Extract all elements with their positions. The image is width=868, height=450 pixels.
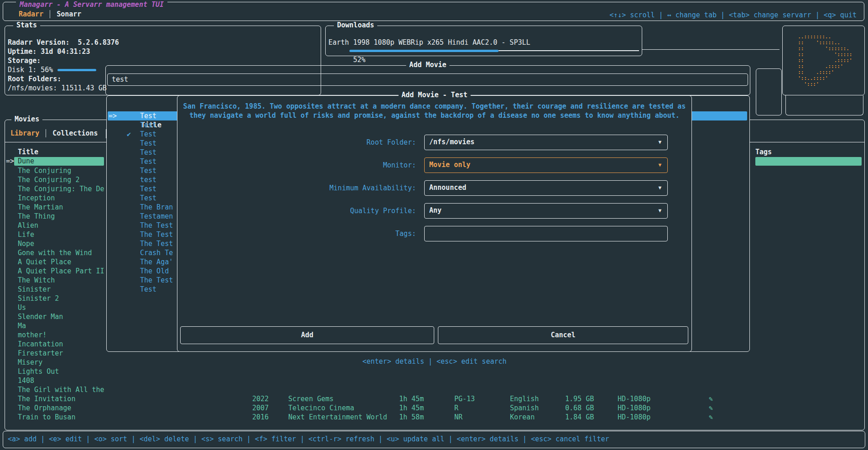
field-label: Monitor: <box>177 157 420 173</box>
selection-arrow: => <box>6 157 14 166</box>
movies-panel-title: Movies <box>11 115 42 123</box>
chevron-down-icon: ▼ <box>658 158 661 172</box>
logo-panel: ..:::::::.. :: ':::::.. :: '::::::. :: '… <box>782 26 865 95</box>
field-value: Movie only <box>429 161 470 169</box>
search-result-title: Test <box>140 130 156 139</box>
servarr-tab[interactable]: Sonarr <box>50 10 81 18</box>
field-label: Tags: <box>177 226 420 241</box>
movie-runtime: 1h 58m <box>399 413 454 422</box>
movie-list-item[interactable]: A Quiet Place <box>6 257 108 267</box>
servarr-tab[interactable]: Radarr <box>19 10 43 18</box>
movie-list-item[interactable]: 1408 <box>6 376 108 385</box>
movie-details-row[interactable]: 2022 Screen Gems 1h 45m PG-13 English 1.… <box>252 394 718 403</box>
movies-tab[interactable]: Collections <box>46 129 98 137</box>
movie-size: 1.95 GB <box>565 394 618 403</box>
movie-list-item[interactable]: The Martian <box>6 203 108 212</box>
footer-keybind-help: <a> add | <e> edit | <o> sort | <del> de… <box>8 434 609 444</box>
movie-overview-line2: they navigate a world full of risks and … <box>177 111 691 120</box>
movie-list-item[interactable]: A Quiet Place Part II <box>6 267 108 276</box>
movie-runtime: 1h 45m <box>399 394 454 403</box>
movie-studio: Screen Gems <box>288 394 399 403</box>
movie-list-item[interactable]: The Thing <box>6 212 108 221</box>
radarr-version: Radarr Version: 5.2.6.8376 <box>8 38 119 47</box>
field-dropdown[interactable]: Announced▼ <box>424 180 668 196</box>
footer-keybind-bar: <a> add | <e> edit | <o> sort | <del> de… <box>3 431 865 448</box>
library-title-header: Title <box>18 147 38 157</box>
tags-column-header: Tags <box>755 147 772 157</box>
title-bar: Managarr - A Servarr management TUI Rada… <box>3 2 864 21</box>
movie-list-item[interactable]: The Witch <box>6 276 108 285</box>
selected-movie-row[interactable]: Dune <box>14 157 104 166</box>
download-gauge-rest <box>499 50 639 51</box>
movie-list-item[interactable]: The Girl with All the <box>6 385 108 394</box>
movie-list-item[interactable]: Misery <box>6 358 108 367</box>
servarr-tabs: RadarrSonarr <box>19 10 81 18</box>
uptime: Uptime: 31d 04:31:23 <box>8 47 90 56</box>
field-dropdown[interactable] <box>424 226 668 241</box>
movie-search-input[interactable]: test <box>107 73 748 86</box>
movie-list-item[interactable]: The Orphanage <box>6 403 108 413</box>
movie-list-item[interactable]: Life <box>6 230 108 239</box>
movie-studio: Telecinco Cinema <box>288 403 399 413</box>
search-result-title: Crash Te <box>140 248 173 257</box>
edit-icon: ✎ <box>709 403 718 413</box>
field-dropdown[interactable]: /nfs/movies▼ <box>424 135 668 150</box>
search-result-title: Test <box>140 166 156 175</box>
search-result-title: Testamen <box>140 212 173 221</box>
movie-quality-profile: HD-1080p <box>618 394 709 403</box>
movie-list-item[interactable]: mother! <box>6 330 108 340</box>
movie-language: Spanish <box>510 403 565 413</box>
form-field-row: Root Folder: /nfs/movies▼ <box>177 135 691 150</box>
movie-list-item[interactable]: Alien <box>6 221 108 230</box>
modal-keybind-help: <enter> details | <esc> edit search <box>177 357 692 366</box>
movie-list-item[interactable]: Slender Man <box>6 312 108 321</box>
movie-list-item[interactable]: Us <box>6 303 108 312</box>
stats-panel-title: Stats <box>13 21 40 29</box>
movie-list-item[interactable]: Incantation <box>6 340 108 349</box>
search-result-title: Test <box>140 157 156 166</box>
movie-list-item[interactable]: The Conjuring: The De <box>6 184 108 194</box>
search-result-title: Test <box>140 120 156 130</box>
managarr-logo-icon: ..:::::::.. :: ':::::.. :: '::::::. :: '… <box>795 34 852 87</box>
movie-list-item[interactable]: The Invitation <box>6 394 108 403</box>
cancel-button[interactable]: Cancel <box>438 326 688 344</box>
search-result-title: The Bran <box>140 203 173 212</box>
field-value: Announced <box>429 183 466 192</box>
search-result-title: The Test <box>140 239 173 248</box>
field-dropdown[interactable]: Movie only▼ <box>424 157 668 173</box>
download-progress-row: 52% <box>328 46 639 55</box>
download-progress-pct: 52% <box>353 56 365 64</box>
search-result-title: test <box>140 175 156 184</box>
root-folder-value: /nfs/movies: 11511.43 GB <box>8 84 107 93</box>
edit-icon: ✎ <box>709 413 718 422</box>
movie-list-item[interactable]: Firestarter <box>6 349 108 358</box>
movie-certification: NR <box>454 413 510 422</box>
movie-list-item[interactable]: Train to Busan <box>6 413 108 422</box>
movie-details-row[interactable]: 2007 Telecinco Cinema 1h 45m R Spanish 0… <box>252 403 718 413</box>
movie-list-item[interactable]: Lights Out <box>6 367 108 376</box>
movie-language: Korean <box>510 413 565 422</box>
movies-tab[interactable]: Library <box>10 129 39 137</box>
field-dropdown[interactable]: Any▼ <box>424 203 668 219</box>
field-value: Any <box>429 206 442 215</box>
add-button[interactable]: Add <box>180 326 434 344</box>
movie-size: 1.84 GB <box>565 413 618 422</box>
movie-list-item[interactable]: Nope <box>6 239 108 248</box>
movie-list-item[interactable]: The Conjuring <box>6 166 108 175</box>
form-field-row: Tags: <box>177 226 691 241</box>
movie-details-row[interactable]: 2016 Next Entertainment World 1h 58m NR … <box>252 413 718 422</box>
movie-list-item[interactable]: Inception <box>6 194 108 203</box>
movie-list-item[interactable]: The Conjuring 2 <box>6 175 108 184</box>
movie-list-item[interactable]: Ma <box>6 321 108 330</box>
managarr-app-window: Managarr - A Servarr management TUI Rada… <box>0 0 868 450</box>
movie-list-item[interactable]: Gone with the Wind <box>6 248 108 257</box>
in-library-check-icon: ✔ <box>127 130 131 139</box>
field-value: /nfs/movies <box>429 138 474 146</box>
search-result-title: The Aga' <box>140 257 173 267</box>
search-result-title: The Test <box>140 230 173 239</box>
downloads-panel: Downloads Earth 1998 1080p WEBRip x265 H… <box>325 26 642 56</box>
movie-list-item[interactable]: Sinister <box>6 285 108 294</box>
movie-list-item[interactable]: Sinister 2 <box>6 294 108 303</box>
field-label: Minimum Availability: <box>177 180 420 196</box>
disk-usage-row: Disk 1: 56% <box>8 65 96 74</box>
